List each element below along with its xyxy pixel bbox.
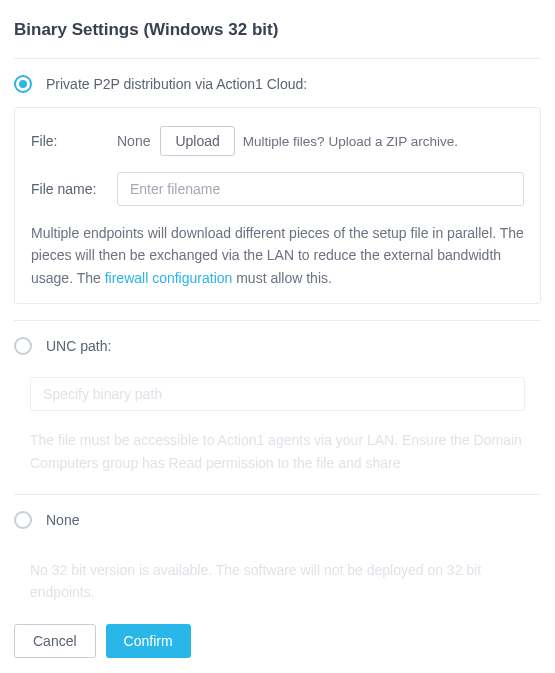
p2p-info-post: must allow this. xyxy=(232,270,332,286)
actions-row: Cancel Confirm xyxy=(14,624,541,658)
option-none-row[interactable]: None xyxy=(14,495,541,543)
radio-none-icon[interactable] xyxy=(14,511,32,529)
confirm-button[interactable]: Confirm xyxy=(106,624,191,658)
file-value: None xyxy=(117,133,150,149)
radio-p2p-icon[interactable] xyxy=(14,75,32,93)
unc-path-input[interactable] xyxy=(30,377,525,411)
p2p-info-text: Multiple endpoints will download differe… xyxy=(31,222,524,289)
none-panel: No 32 bit version is available. The soft… xyxy=(14,543,541,608)
unc-info-text: The file must be accessible to Action1 a… xyxy=(30,429,525,474)
file-label: File: xyxy=(31,133,117,149)
upload-hint: Multiple files? Upload a ZIP archive. xyxy=(243,134,458,149)
firewall-config-link[interactable]: firewall configuration xyxy=(105,270,233,286)
filename-input[interactable] xyxy=(117,172,524,206)
none-info-text: No 32 bit version is available. The soft… xyxy=(30,559,525,604)
option-none-label: None xyxy=(46,512,79,528)
p2p-panel: File: None Upload Multiple files? Upload… xyxy=(14,107,541,304)
page-title: Binary Settings (Windows 32 bit) xyxy=(14,20,541,40)
cancel-button[interactable]: Cancel xyxy=(14,624,96,658)
filename-label: File name: xyxy=(31,181,117,197)
option-unc-row[interactable]: UNC path: xyxy=(14,321,541,369)
option-p2p-row[interactable]: Private P2P distribution via Action1 Clo… xyxy=(14,59,541,107)
upload-button[interactable]: Upload xyxy=(160,126,234,156)
filename-row: File name: xyxy=(31,172,524,206)
option-p2p-label: Private P2P distribution via Action1 Clo… xyxy=(46,76,307,92)
option-unc-label: UNC path: xyxy=(46,338,111,354)
file-row: File: None Upload Multiple files? Upload… xyxy=(31,126,524,156)
unc-panel: The file must be accessible to Action1 a… xyxy=(14,369,541,478)
radio-unc-icon[interactable] xyxy=(14,337,32,355)
